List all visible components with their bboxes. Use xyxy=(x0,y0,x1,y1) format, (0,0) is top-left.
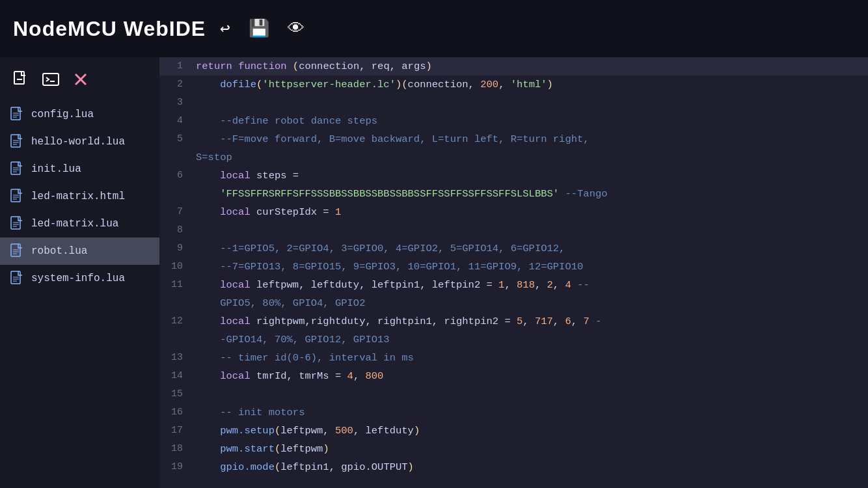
file-name: led-matrix.lua xyxy=(31,218,118,230)
file-item-robot[interactable]: robot.lua xyxy=(0,237,159,265)
line-number: 1 xyxy=(159,57,192,75)
line-number: 7 xyxy=(159,203,192,221)
code-line-11b: GPIO5, 80%, GPIO4, GPIO2 xyxy=(159,294,868,312)
file-name: system-info.lua xyxy=(31,273,125,284)
line-content xyxy=(192,221,868,239)
line-content: gpio.mode(leftpin1, gpio.OUTPUT) xyxy=(192,458,868,476)
code-line-3: 3 xyxy=(159,94,868,112)
line-number: 13 xyxy=(159,349,192,367)
code-line-16: 16 -- init motors xyxy=(159,403,868,422)
file-name: config.lua xyxy=(31,109,94,120)
file-item-init[interactable]: init.lua xyxy=(0,156,159,183)
code-line-10: 10 --7=GPIO13, 8=GPIO15, 9=GPIO3, 10=GPI… xyxy=(159,258,868,276)
file-icon xyxy=(10,216,25,232)
line-content: GPIO5, 80%, GPIO4, GPIO2 xyxy=(192,294,868,312)
line-content: local curStepIdx = 1 xyxy=(192,203,868,221)
line-number: 10 xyxy=(159,258,192,276)
file-item-system-info[interactable]: system-info.lua xyxy=(0,265,159,292)
file-item-hello-world[interactable]: hello-world.lua xyxy=(0,128,159,156)
line-content: --define robot dance steps xyxy=(192,112,868,130)
save-button[interactable]: 💾 xyxy=(245,16,273,42)
file-icon xyxy=(10,243,25,259)
file-icon xyxy=(10,271,25,286)
file-name: robot.lua xyxy=(31,245,87,257)
line-number: 4 xyxy=(159,112,192,130)
file-icon xyxy=(10,161,25,177)
line-content: -GPIO14, 70%, GPIO12, GPIO13 xyxy=(192,331,868,349)
svg-rect-0 xyxy=(14,72,24,84)
sidebar-toolbar xyxy=(0,62,159,101)
line-content: pwm.start(leftpwm) xyxy=(192,440,868,458)
sidebar: config.lua hello-world.lua xyxy=(0,57,159,488)
delete-button[interactable] xyxy=(68,68,94,93)
code-line-12: 12 local rightpwm,rightduty, rightpin1, … xyxy=(159,312,868,331)
line-content: return function (connection, req, args) xyxy=(192,57,868,75)
code-line-5b: S=stop xyxy=(159,148,868,167)
close-icon xyxy=(72,70,90,88)
line-content: S=stop xyxy=(192,148,868,167)
line-number: 3 xyxy=(159,94,192,112)
file-item-config[interactable]: config.lua xyxy=(0,101,159,128)
app-title: NodeMCU WebIDE xyxy=(13,17,206,41)
file-list: config.lua hello-world.lua xyxy=(0,101,159,292)
line-number: 6 xyxy=(159,167,192,185)
line-number xyxy=(159,294,192,312)
line-content: 'FFSSFFRSRFFSFFSSSBBSSBBSSBBSSBBSSFFSSFF… xyxy=(192,185,868,203)
line-content: dofile('httpserver-header.lc')(connectio… xyxy=(192,75,868,94)
file-name: led-matrix.html xyxy=(31,191,125,202)
line-number: 12 xyxy=(159,312,192,331)
line-content xyxy=(192,94,868,112)
code-line-1: 1 return function (connection, req, args… xyxy=(159,57,868,75)
preview-button[interactable]: 👁 xyxy=(284,16,308,42)
terminal-button[interactable] xyxy=(38,68,64,93)
file-icon xyxy=(10,107,25,122)
line-content: local leftpwm, leftduty, leftpin1, leftp… xyxy=(192,276,868,294)
line-content: local steps = xyxy=(192,167,868,185)
code-line-2: 2 dofile('httpserver-header.lc')(connect… xyxy=(159,75,868,94)
main-layout: config.lua hello-world.lua xyxy=(0,57,868,488)
line-number: 9 xyxy=(159,239,192,258)
file-item-led-matrix-html[interactable]: led-matrix.html xyxy=(0,183,159,210)
code-line-9: 9 --1=GPIO5, 2=GPIO4, 3=GPIO0, 4=GPIO2, … xyxy=(159,239,868,258)
line-number xyxy=(159,148,192,167)
code-line-14: 14 local tmrId, tmrMs = 4, 800 xyxy=(159,367,868,385)
line-content xyxy=(192,385,868,403)
line-content: --1=GPIO5, 2=GPIO4, 3=GPIO0, 4=GPIO2, 5=… xyxy=(192,239,868,258)
code-line-4: 4 --define robot dance steps xyxy=(159,112,868,130)
back-button[interactable]: ↩ xyxy=(216,16,234,42)
line-number: 15 xyxy=(159,385,192,403)
code-area[interactable]: 1 return function (connection, req, args… xyxy=(159,57,868,488)
file-name: hello-world.lua xyxy=(31,136,125,148)
line-number: 8 xyxy=(159,221,192,239)
line-content: --7=GPIO13, 8=GPIO15, 9=GPIO3, 10=GPIO1,… xyxy=(192,258,868,276)
code-line-11: 11 local leftpwm, leftduty, leftpin1, le… xyxy=(159,276,868,294)
line-content: local tmrId, tmrMs = 4, 800 xyxy=(192,367,868,385)
code-line-17: 17 pwm.setup(leftpwm, 500, leftduty) xyxy=(159,422,868,440)
code-line-18: 18 pwm.start(leftpwm) xyxy=(159,440,868,458)
line-number: 18 xyxy=(159,440,192,458)
line-number xyxy=(159,331,192,349)
line-content: --F=move forward, B=move backward, L=tur… xyxy=(192,130,868,148)
line-number: 5 xyxy=(159,130,192,148)
code-line-6: 6 local steps = xyxy=(159,167,868,185)
line-number: 11 xyxy=(159,276,192,294)
file-icon xyxy=(10,134,25,150)
code-line-7: 7 local curStepIdx = 1 xyxy=(159,203,868,221)
header: NodeMCU WebIDE ↩ 💾 👁 xyxy=(0,0,868,57)
line-content: -- init motors xyxy=(192,403,868,422)
code-line-12b: -GPIO14, 70%, GPIO12, GPIO13 xyxy=(159,331,868,349)
line-number: 17 xyxy=(159,422,192,440)
code-line-6b: 'FFSSFFRSRFFSFFSSSBBSSBBSSBBSSBBSSFFSSFF… xyxy=(159,185,868,203)
file-item-led-matrix-lua[interactable]: led-matrix.lua xyxy=(0,210,159,237)
new-file-button[interactable] xyxy=(8,68,34,93)
line-content: -- timer id(0-6), interval in ms xyxy=(192,349,868,367)
file-name: init.lua xyxy=(31,163,81,175)
code-editor[interactable]: 1 return function (connection, req, args… xyxy=(159,57,868,488)
code-line-19: 19 gpio.mode(leftpin1, gpio.OUTPUT) xyxy=(159,458,868,476)
terminal-icon xyxy=(42,70,60,88)
line-number: 14 xyxy=(159,367,192,385)
line-number: 16 xyxy=(159,403,192,422)
svg-rect-2 xyxy=(43,74,59,85)
line-content: pwm.setup(leftpwm, 500, leftduty) xyxy=(192,422,868,440)
code-line-13: 13 -- timer id(0-6), interval in ms xyxy=(159,349,868,367)
